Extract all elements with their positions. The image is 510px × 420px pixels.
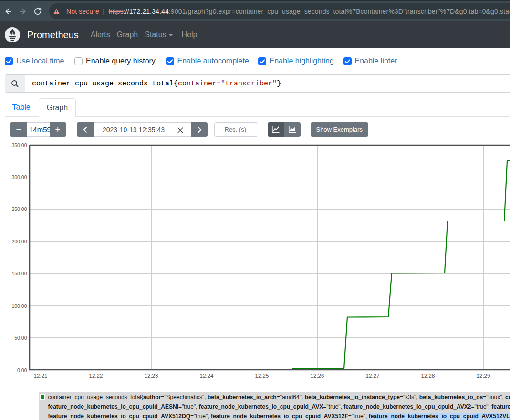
svg-text:12:21: 12:21 — [34, 373, 48, 378]
svg-text:300.00: 300.00 — [11, 174, 27, 180]
svg-text:0.00: 0.00 — [17, 368, 27, 373]
svg-text:100.00: 100.00 — [11, 303, 27, 309]
svg-text:12:27: 12:27 — [366, 373, 380, 378]
svg-text:12:22: 12:22 — [89, 373, 103, 378]
svg-text:200.00: 200.00 — [11, 239, 27, 244]
svg-text:12:25: 12:25 — [255, 373, 269, 378]
svg-text:12:24: 12:24 — [200, 373, 214, 378]
svg-text:12:28: 12:28 — [421, 373, 435, 378]
svg-text:150.00: 150.00 — [11, 271, 27, 276]
svg-text:350.00: 350.00 — [11, 142, 27, 148]
svg-text:50.00: 50.00 — [14, 335, 27, 341]
svg-text:12:26: 12:26 — [311, 373, 324, 378]
svg-text:250.00: 250.00 — [11, 206, 27, 212]
svg-text:12:23: 12:23 — [145, 373, 158, 378]
svg-text:12:29: 12:29 — [477, 373, 490, 378]
